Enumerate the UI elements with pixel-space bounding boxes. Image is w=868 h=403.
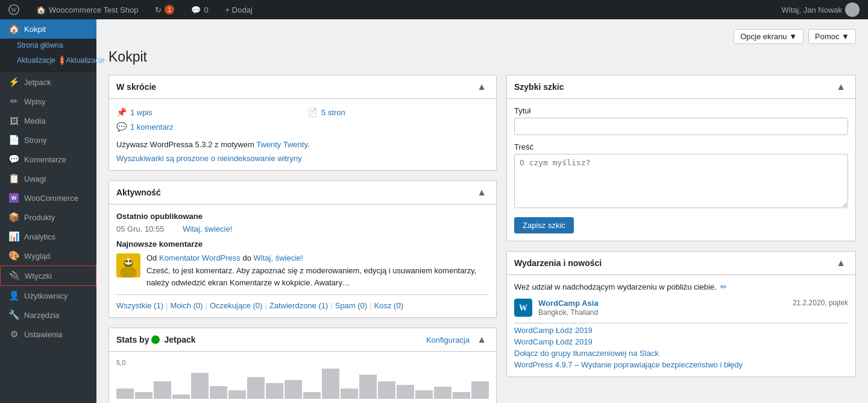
event-name-featured[interactable]: WordCamp Asia: [538, 299, 787, 308]
comments-icon: 💬: [191, 5, 201, 14]
help-button[interactable]: Pomoc ▼: [808, 29, 856, 44]
comment-from: Od: [146, 253, 159, 262]
sidebar-item-wtyczki[interactable]: 🔌 Wtyczki: [0, 265, 96, 286]
sidebar-item-uzytkownicy[interactable]: 👤 Użytkownicy: [0, 286, 96, 305]
comment-post-link[interactable]: Witaj, świecie!: [254, 253, 303, 262]
published-row: 05 Gru, 10:55 Witaj, świecie!: [116, 224, 489, 233]
theme-link[interactable]: Twenty Twenty: [256, 140, 307, 149]
glance-item-strony: 📄 5 stron: [307, 106, 489, 118]
comment-body: Od Komentator WordPress do Witaj, świeci…: [146, 253, 489, 288]
event-location-featured: Bangkok, Thailand: [538, 308, 598, 317]
comment-to: do: [241, 253, 254, 262]
events-intro: Weź udział w nadchodzącym wydarzeniu w p…: [514, 282, 848, 291]
sidebar-item-wyglad[interactable]: 🎨 Wygląd: [0, 246, 96, 265]
screen-options-bar: Opcje ekranu ▼ Pomoc ▼: [108, 29, 856, 44]
widget-w-skrocie-toggle[interactable]: ▲: [474, 80, 489, 94]
comments-menu-icon: 💬: [8, 154, 19, 165]
stats-config-link[interactable]: Konfiguracja: [426, 335, 470, 344]
widget-aktywnosc-title: Aktywność: [116, 188, 161, 197]
stats-bar: [453, 392, 470, 399]
published-title: Ostatnio opublikowane: [116, 212, 489, 221]
comment-meta: Od Komentator WordPress do Witaj, świeci…: [146, 253, 489, 262]
filter-oczekujace[interactable]: Oczekujące (0): [210, 301, 262, 310]
event-logo: W: [514, 299, 532, 317]
draft-content-textarea[interactable]: [514, 154, 848, 208]
appearance-icon: 🎨: [8, 250, 19, 261]
sidebar-item-analytics[interactable]: 📊 Analytics: [0, 227, 96, 246]
glance-link-komentarze[interactable]: 1 komentarz: [130, 122, 174, 132]
events-intro-text: Weź udział w nadchodzącym wydarzeniu w p…: [514, 282, 717, 291]
event-link-1[interactable]: WordCamp Łódź 2019: [514, 337, 848, 346]
home-icon: 🏠: [36, 5, 46, 14]
noindex-text: Wyszukiwarki są proszone o nieindeksowan…: [116, 154, 489, 163]
posts-icon: ✏: [8, 96, 19, 107]
sidebar-item-jetpack[interactable]: ⚡ Jetpack: [0, 72, 96, 92]
stats-bar: [434, 387, 451, 399]
wp-logo-button[interactable]: W: [5, 0, 23, 19]
updates-icon: ↻: [155, 5, 162, 14]
published-link[interactable]: Witaj, świecie!: [183, 224, 232, 233]
sidebar-item-kokpit[interactable]: 🏠 Kokpit: [0, 19, 96, 39]
admin-menu: 🏠 Kokpit Strona główna Aktualizacje 1 Ak…: [0, 19, 96, 403]
filter-zatwierdzone[interactable]: Zatwierdzone (1): [269, 301, 329, 310]
widget-events-toggle[interactable]: ▲: [834, 256, 848, 270]
sidebar-item-ustawienia[interactable]: ⚙ Ustawienia: [0, 325, 96, 344]
comment-author-link[interactable]: Komentator WordPress: [159, 253, 241, 262]
sidebar-item-strony[interactable]: 📄 Strony: [0, 130, 96, 150]
filter-kosz[interactable]: Kosz (0): [374, 301, 403, 310]
greeting-button[interactable]: Witaj, Jan Nowak: [778, 0, 863, 19]
avatar-icon: [845, 2, 860, 17]
widget-w-skrocie-title: W skrócie: [116, 82, 156, 92]
comments-button[interactable]: 💬 0: [187, 0, 212, 19]
sidebar-item-media[interactable]: 🖼 Media: [0, 111, 96, 130]
events-divider: [514, 323, 848, 323]
noindex-link[interactable]: Wyszukiwarki są proszone o nieindeksowan…: [116, 154, 302, 163]
widget-stats-body: 5,0: [109, 352, 496, 403]
sidebar-item-uwagi[interactable]: 📋 Uwagi: [0, 169, 96, 188]
stats-bar: [116, 389, 134, 399]
glance-link-strony[interactable]: 5 stron: [321, 108, 345, 117]
add-new-button[interactable]: + Dodaj: [222, 0, 256, 19]
filter-moich[interactable]: Moich (0): [170, 301, 203, 310]
sidebar-item-woocommerce[interactable]: W WooCommerce: [0, 188, 96, 208]
updates-button[interactable]: ↻ 1: [151, 0, 178, 19]
comment-avatar: [116, 253, 140, 278]
add-label: + Dodaj: [225, 5, 253, 14]
admin-bar: W 🏠 Woocommerce Test Shop ↻ 1 💬 0 + Doda…: [0, 0, 868, 19]
event-link-3[interactable]: WordPress 4.9.7 – Wydanie poprawiające b…: [514, 360, 848, 369]
filter-wszystkie[interactable]: Wszystkie (1): [116, 301, 163, 310]
save-draft-button[interactable]: Zapisz szkic: [514, 217, 574, 233]
glance-link-wpisy[interactable]: 1 wpis: [130, 108, 153, 117]
sidebar-item-komentarze[interactable]: 💬 Komentarze: [0, 150, 96, 169]
greeting-text: Witaj, Jan Nowak: [782, 5, 842, 14]
products-icon: 📦: [8, 212, 19, 223]
widget-stats-header: Stats by Jetpack Konfiguracja ▲: [109, 328, 496, 352]
widget-aktywnosc-header: Aktywność ▲: [109, 181, 496, 205]
stats-bar: [154, 381, 171, 399]
widget-stats-toggle[interactable]: ▲: [474, 333, 489, 346]
widget-quick-draft-toggle[interactable]: ▲: [834, 80, 848, 94]
sidebar-item-aktualizacje[interactable]: Aktualizacje 1 Aktualizacje: [8, 54, 88, 70]
sidebar-item-wpisy[interactable]: ✏ Wpisy: [0, 92, 96, 111]
woocommerce-icon: W: [8, 192, 19, 203]
sidebar-item-produkty[interactable]: 📦 Produkty: [0, 208, 96, 227]
widget-w-skrocie: W skrócie ▲ 📌 1 wpis 📄 5 stron: [108, 75, 497, 171]
screen-options-button[interactable]: Opcje ekranu ▼: [734, 29, 804, 44]
site-name-button[interactable]: 🏠 Woocommerce Test Shop: [33, 0, 142, 19]
stats-bar: [471, 381, 489, 399]
event-link-2[interactable]: Dołącz do grupy tłumaczeniowej na Slack: [514, 349, 848, 358]
stats-bar: [191, 373, 209, 399]
filter-spam[interactable]: Spam (0): [335, 301, 367, 310]
widget-aktywnosc-toggle[interactable]: ▲: [474, 186, 489, 199]
stats-bar: [415, 390, 433, 399]
sidebar-item-narzedzia[interactable]: 🔧 Narzędzia: [0, 305, 96, 325]
event-link-0[interactable]: WordCamp Łódź 2019: [514, 326, 848, 335]
edit-location-icon[interactable]: ✏: [720, 282, 727, 291]
stats-bar: [210, 386, 227, 399]
glance-text-dot: .: [307, 140, 310, 149]
draft-title-input[interactable]: [514, 118, 848, 135]
uwagi-icon: 📋: [8, 173, 19, 184]
sidebar-item-strona-glowna[interactable]: Strona główna: [8, 40, 88, 54]
stats-bar: [135, 392, 153, 399]
published-date: 05 Gru, 10:55: [116, 224, 177, 233]
